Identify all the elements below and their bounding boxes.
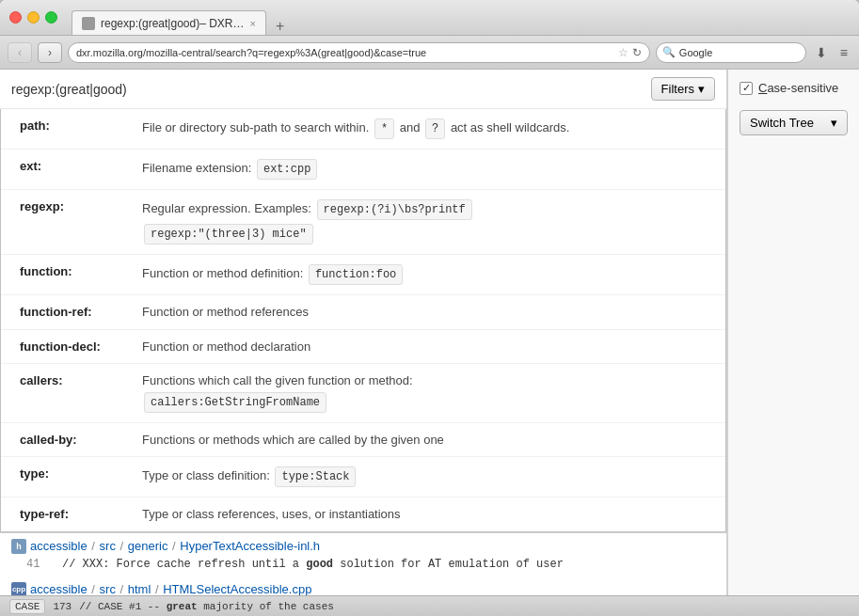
active-tab[interactable]: regexp:(great|good)– DXR… × <box>72 10 266 35</box>
filter-term-function-decl: function-decl: <box>20 338 142 356</box>
main: regexp:(great|good) Filters ▾ path: File… <box>0 70 859 595</box>
filter-row-type: type: Type or class definition: type:Sta… <box>1 457 725 498</box>
status-line-number: 173 <box>53 601 72 612</box>
match-highlight-1: good <box>306 558 333 571</box>
code-badge-regexp2: regexp:"(three|3) mice" <box>144 224 313 245</box>
filter-term-callers: callers: <box>20 371 142 415</box>
filter-desc-function-ref: Function or method references <box>142 303 707 322</box>
download-icon[interactable]: ⬇ <box>812 43 831 62</box>
filter-row-called-by: called-by: Functions or methods which ar… <box>1 423 725 458</box>
filter-desc-ext: Filename extension: ext:cpp <box>142 157 707 182</box>
minimize-button[interactable] <box>27 11 40 24</box>
filters-button[interactable]: Filters ▾ <box>651 77 715 101</box>
line-number-1: 41 <box>26 558 55 571</box>
filter-desc-regexp: Regular expression. Examples: regexp:(?i… <box>142 197 707 246</box>
path-segment: src <box>100 582 116 595</box>
search-box-row: regexp:(great|good) Filters ▾ <box>0 70 726 109</box>
code-badge-regexp1: regexp:(?i)\bs?printf <box>317 199 472 220</box>
search-icon: 🔍 <box>662 46 676 58</box>
filter-term-regexp: regexp: <box>20 197 142 246</box>
tab-label: regexp:(great|good)– DXR… <box>101 17 245 30</box>
search-input-text: Google <box>679 47 712 58</box>
status-badge: CASE <box>9 599 45 614</box>
filter-term-function-ref: function-ref: <box>20 303 142 322</box>
filter-row-ext: ext: Filename extension: ext:cpp <box>1 150 725 190</box>
menu-icon[interactable]: ≡ <box>836 43 851 62</box>
filter-desc-callers: Functions which call the given function … <box>142 371 707 415</box>
file-icon-h: h <box>11 539 26 554</box>
filename[interactable]: HyperTextAccessible-inl.h <box>180 539 320 553</box>
address-text: dxr.mozilla.org/mozilla-central/search?q… <box>76 47 614 58</box>
code-badge-q: ? <box>425 118 445 139</box>
code-badge-callers: callers:GetStringFromName <box>144 392 326 413</box>
toolbar: ‹ › dxr.mozilla.org/mozilla-central/sear… <box>0 36 859 70</box>
filter-term-type: type: <box>20 465 142 489</box>
filter-row-function-decl: function-decl: Function or method declar… <box>1 330 725 365</box>
result-file-row-2: cpp accessible / src / html / HTMLSelect… <box>0 577 726 596</box>
filter-desc-function: Function or method definition: function:… <box>142 262 707 287</box>
status-bar: CASE 173 // CASE #1 -- great majority of… <box>0 595 859 616</box>
code-badge-type: type:Stack <box>275 466 356 487</box>
status-match: great <box>167 601 198 612</box>
filter-row-path: path: File or directory sub-path to sear… <box>1 109 725 150</box>
filter-desc-path: File or directory sub-path to search wit… <box>142 117 707 141</box>
filters-label: Filters <box>661 82 694 96</box>
tab-bar: regexp:(great|good)– DXR… × + <box>72 0 850 35</box>
filter-term-function: function: <box>20 262 142 287</box>
filters-arrow-icon: ▾ <box>698 82 705 96</box>
switch-tree-arrow-icon: ▾ <box>831 116 837 130</box>
results-area: h accessible / src / generic / HyperText… <box>0 533 726 596</box>
traffic-lights <box>9 11 57 24</box>
result-line-row-1: 41 // XXX: Force cache refresh until a g… <box>0 556 726 577</box>
search-bar[interactable]: 🔍 Google <box>656 42 806 63</box>
path-segment: generic <box>128 539 168 553</box>
back-button[interactable]: ‹ <box>8 42 32 63</box>
path-segment: accessible <box>30 582 87 595</box>
code-badge-extcpp: ext:cpp <box>257 159 317 180</box>
window: regexp:(great|good)– DXR… × + ‹ › dxr.mo… <box>0 0 859 616</box>
search-query: regexp:(great|good) <box>11 82 644 97</box>
filter-term-type-ref: type-ref: <box>20 505 142 524</box>
path-segment: html <box>128 582 151 595</box>
close-button[interactable] <box>9 11 22 24</box>
new-tab-button[interactable]: + <box>272 18 288 35</box>
path-segment: accessible <box>30 539 87 553</box>
line-content-1: // XXX: Force cache refresh until a good… <box>62 558 564 571</box>
filename[interactable]: HTMLSelectAccessible.cpp <box>163 582 311 595</box>
filter-term-called-by: called-by: <box>20 431 142 450</box>
filter-desc-type-ref: Type or class references, uses, or insta… <box>142 505 707 524</box>
refresh-icon[interactable]: ↻ <box>632 46 642 59</box>
filter-row-function-ref: function-ref: Function or method referen… <box>1 295 725 330</box>
bookmark-icon[interactable]: ☆ <box>618 46 628 59</box>
filter-desc-type: Type or class definition: type:Stack <box>142 465 707 489</box>
filter-desc-function-decl: Function or method declaration <box>142 338 707 356</box>
tab-favicon <box>82 17 95 30</box>
forward-button[interactable]: › <box>38 42 62 63</box>
path-segment: src <box>100 539 116 553</box>
file-path-1[interactable]: accessible / src / generic / HyperTextAc… <box>30 539 320 553</box>
tab-close-button[interactable]: × <box>250 18 256 29</box>
case-sensitive-checkbox[interactable] <box>740 82 753 95</box>
filter-term-ext: ext: <box>20 157 142 182</box>
maximize-button[interactable] <box>45 11 57 24</box>
code-badge-function: function:foo <box>309 264 403 285</box>
file-icon-cpp: cpp <box>11 582 26 596</box>
status-line-content: // CASE #1 -- great majority of the case… <box>79 601 334 612</box>
address-bar[interactable]: dxr.mozilla.org/mozilla-central/search?q… <box>68 42 650 63</box>
titlebar: regexp:(great|good)– DXR… × + <box>0 0 859 36</box>
result-file-row-1: h accessible / src / generic / HyperText… <box>0 533 726 556</box>
switch-tree-label: Switch Tree <box>750 116 814 130</box>
filter-row-regexp: regexp: Regular expression. Examples: re… <box>1 190 725 255</box>
content-panel: regexp:(great|good) Filters ▾ path: File… <box>0 70 727 595</box>
filters-dropdown: path: File or directory sub-path to sear… <box>0 109 726 532</box>
code-badge-star: * <box>374 118 394 139</box>
file-path-2[interactable]: accessible / src / html / HTMLSelectAcce… <box>30 582 311 595</box>
filter-desc-called-by: Functions or methods which are called by… <box>142 431 707 450</box>
filter-term-path: path: <box>20 117 142 141</box>
case-sensitive-label: CCase-sensitivease-sensitive <box>758 81 838 95</box>
filter-row-callers: callers: Functions which call the given … <box>1 364 725 423</box>
switch-tree-button[interactable]: Switch Tree ▾ <box>740 110 848 135</box>
filter-row-function: function: Function or method definition:… <box>1 255 725 295</box>
filter-row-type-ref: type-ref: Type or class references, uses… <box>1 498 725 531</box>
case-sensitive-row: CCase-sensitivease-sensitive <box>740 81 848 95</box>
